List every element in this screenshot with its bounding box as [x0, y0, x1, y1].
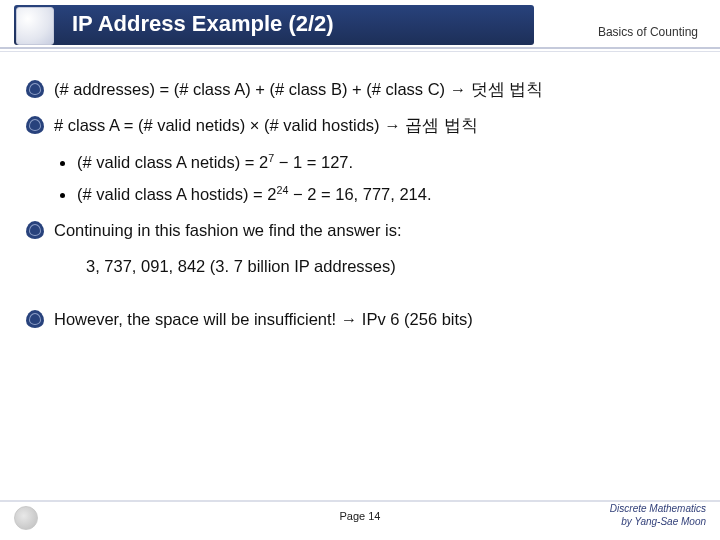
subbullet-2-text: (# valid class A hostids) = 224 − 2 = 16…	[77, 183, 432, 205]
bullet-3: Continuing in this fashion we find the a…	[26, 219, 694, 241]
subbullet-1-text: (# valid class A netids) = 27 − 1 = 127.	[77, 151, 353, 173]
slide-title: IP Address Example (2/2)	[72, 11, 334, 37]
dot-icon	[60, 161, 65, 166]
sub2-exp: 24	[276, 183, 288, 195]
footer-credit: Discrete Mathematics by Yang-Sae Moon	[610, 503, 706, 528]
credit-line-2: by Yang-Sae Moon	[610, 516, 706, 529]
sub2-post: − 2 = 16, 777, 214.	[288, 185, 431, 203]
bullet-2-text: # class A = (# valid netids) × (# valid …	[54, 114, 478, 136]
bullet-4: However, the space will be insufficient!…	[26, 308, 694, 330]
crest-icon	[26, 80, 44, 98]
footer-rule	[0, 500, 720, 502]
bullet-1: (# addresses) = (# class A) + (# class B…	[26, 78, 694, 100]
sub2-pre: (# valid class A hostids) = 2	[77, 185, 276, 203]
crest-icon	[26, 116, 44, 134]
footer: Page 14 Discrete Mathematics by Yang-Sae…	[0, 500, 720, 534]
dot-icon	[60, 193, 65, 198]
subbullet-1: (# valid class A netids) = 27 − 1 = 127.	[60, 151, 694, 173]
bullet-3-answer: 3, 737, 091, 842 (3. 7 billion IP addres…	[86, 255, 694, 277]
bullet-2: # class A = (# valid netids) × (# valid …	[26, 114, 694, 136]
credit-line-1: Discrete Mathematics	[610, 503, 706, 516]
header-icon	[16, 7, 54, 45]
crest-icon	[26, 310, 44, 328]
header: IP Address Example (2/2) Basics of Count…	[0, 3, 720, 51]
slide: IP Address Example (2/2) Basics of Count…	[0, 0, 720, 540]
sub1-pre: (# valid class A netids) = 2	[77, 153, 268, 171]
content: (# addresses) = (# class A) + (# class B…	[26, 64, 694, 498]
slide-subtitle: Basics of Counting	[598, 25, 698, 39]
sub1-post: − 1 = 127.	[274, 153, 353, 171]
crest-icon	[26, 221, 44, 239]
bullet-4-text: However, the space will be insufficient!…	[54, 308, 473, 330]
bullet-1-text: (# addresses) = (# class A) + (# class B…	[54, 78, 543, 100]
bullet-3-text: Continuing in this fashion we find the a…	[54, 219, 402, 241]
subbullet-2: (# valid class A hostids) = 224 − 2 = 16…	[60, 183, 694, 205]
